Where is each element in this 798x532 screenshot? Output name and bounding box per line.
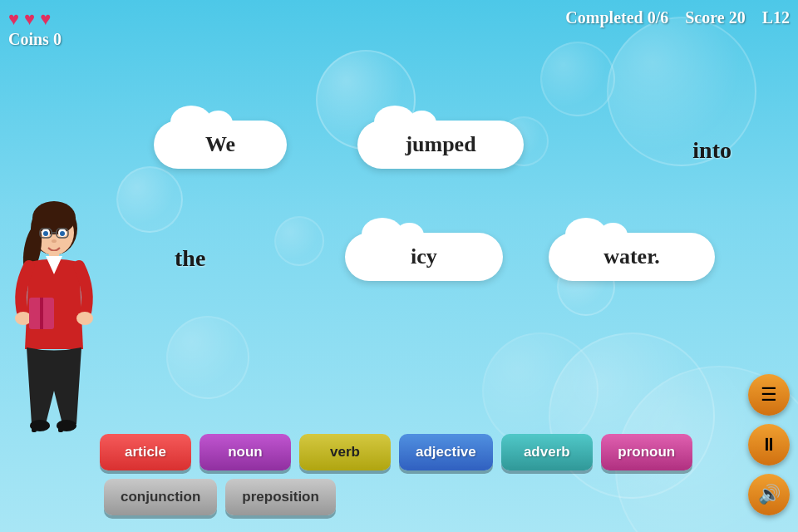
svg-point-6 bbox=[43, 231, 48, 236]
svg-point-14 bbox=[76, 312, 93, 325]
hearts-display: ♥ ♥ ♥ bbox=[8, 8, 51, 30]
side-buttons: ☰ ⏸ 🔊 bbox=[748, 374, 790, 515]
btn-adverb[interactable]: adverb bbox=[501, 434, 593, 470]
word-into[interactable]: into bbox=[692, 137, 732, 164]
buttons-row1: article noun verb adjective adverb prono… bbox=[100, 434, 740, 470]
word-water[interactable]: water. bbox=[549, 233, 715, 281]
btn-adjective[interactable]: adjective bbox=[399, 434, 493, 470]
coins-display: Coins 0 bbox=[8, 30, 62, 49]
btn-pronoun[interactable]: pronoun bbox=[601, 434, 692, 470]
svg-rect-20 bbox=[58, 424, 63, 432]
heart-1: ♥ bbox=[8, 8, 19, 30]
btn-verb[interactable]: verb bbox=[299, 434, 391, 470]
score-label: Score 20 bbox=[685, 8, 745, 27]
word-the[interactable]: the bbox=[175, 245, 205, 272]
svg-point-11 bbox=[52, 239, 57, 243]
word-icy[interactable]: icy bbox=[345, 233, 503, 281]
heart-3: ♥ bbox=[40, 8, 51, 30]
status-bar: Completed 0/6 Score 20 L12 bbox=[565, 8, 790, 27]
completed-label: Completed 0/6 bbox=[565, 8, 668, 27]
word-jumped[interactable]: jumped bbox=[357, 121, 524, 169]
btn-conjunction[interactable]: conjunction bbox=[104, 479, 217, 515]
buttons-row2: conjunction preposition bbox=[100, 479, 740, 515]
btn-noun[interactable]: noun bbox=[200, 434, 291, 470]
menu-button[interactable]: ☰ bbox=[748, 374, 790, 416]
svg-rect-16 bbox=[40, 298, 43, 329]
btn-article[interactable]: article bbox=[100, 434, 191, 470]
buttons-area: article noun verb adjective adverb prono… bbox=[100, 434, 740, 515]
svg-point-7 bbox=[60, 231, 65, 236]
heart-2: ♥ bbox=[24, 8, 35, 30]
btn-preposition[interactable]: preposition bbox=[225, 479, 336, 515]
header: ♥ ♥ ♥ Coins 0 Completed 0/6 Score 20 L12 bbox=[0, 0, 798, 50]
word-we[interactable]: We bbox=[154, 121, 287, 169]
level-label: L12 bbox=[762, 8, 790, 27]
teacher-character bbox=[8, 183, 100, 466]
svg-rect-19 bbox=[32, 424, 37, 432]
sound-button[interactable]: 🔊 bbox=[748, 474, 790, 515]
pause-button[interactable]: ⏸ bbox=[748, 424, 790, 466]
